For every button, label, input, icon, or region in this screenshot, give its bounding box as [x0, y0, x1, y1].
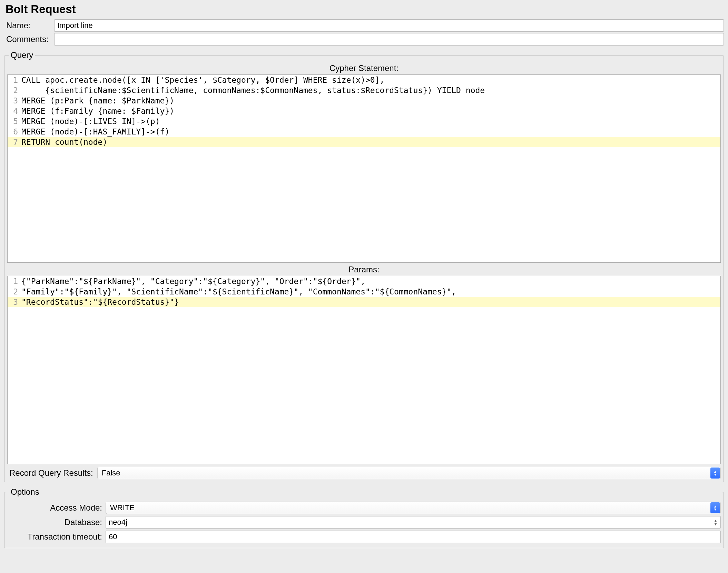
database-combo[interactable]: ▲▼ [106, 516, 721, 529]
line-code[interactable]: CALL apoc.create.node([x IN ['Species', … [21, 75, 720, 85]
comments-label: Comments: [4, 34, 54, 44]
line-number: 2 [8, 85, 21, 96]
timeout-label: Transaction timeout: [7, 532, 106, 542]
page-title: Bolt Request [6, 3, 724, 16]
line-code[interactable]: {scientificName:$ScientificName, commonN… [21, 85, 720, 96]
line-number: 1 [8, 276, 21, 286]
name-label: Name: [4, 21, 54, 30]
editor-line[interactable]: 5MERGE (node)-[:LIVES_IN]->(p) [8, 116, 720, 127]
editor-line[interactable]: 2 {scientificName:$ScientificName, commo… [8, 85, 720, 96]
params-editor[interactable]: 1{"ParkName":"${ParkName}", "Category":"… [7, 276, 721, 464]
line-code[interactable]: MERGE (node)-[:LIVES_IN]->(p) [21, 116, 720, 127]
editor-line[interactable]: 2"Family":"${Family}", "ScientificName":… [8, 286, 720, 297]
dropdown-arrows-icon: ▲▼ [710, 468, 720, 479]
timeout-input[interactable] [106, 531, 721, 543]
line-code[interactable]: MERGE (node)-[:HAS_FAMILY]->(f) [21, 127, 720, 137]
name-input[interactable] [54, 19, 724, 32]
editor-line[interactable]: 4MERGE (f:Family {name: $Family}) [8, 106, 720, 116]
comments-input[interactable] [54, 33, 724, 46]
line-code[interactable]: "Family":"${Family}", "ScientificName":"… [21, 286, 720, 297]
record-results-label: Record Query Results: [7, 468, 97, 478]
editor-line[interactable]: 1CALL apoc.create.node([x IN ['Species',… [8, 75, 720, 85]
line-code[interactable]: MERGE (f:Family {name: $Family}) [21, 106, 720, 116]
params-label: Params: [7, 265, 721, 274]
line-number: 3 [8, 96, 21, 106]
line-code[interactable]: RETURN count(node) [21, 137, 720, 147]
access-mode-select[interactable]: WRITE ▲▼ [106, 502, 721, 514]
options-legend: Options [9, 487, 41, 497]
access-mode-value: WRITE [110, 503, 135, 512]
options-fieldset: Options Access Mode: WRITE ▲▼ Database: … [4, 487, 724, 548]
line-code[interactable]: {"ParkName":"${ParkName}", "Category":"$… [21, 276, 720, 286]
dropdown-arrows-icon: ▲▼ [710, 502, 720, 513]
line-number: 4 [8, 106, 21, 116]
database-label: Database: [7, 517, 106, 527]
editor-line[interactable]: 3MERGE (p:Park {name: $ParkName}) [8, 96, 720, 106]
cypher-editor[interactable]: 1CALL apoc.create.node([x IN ['Species',… [7, 74, 721, 263]
line-number: 2 [8, 286, 21, 297]
editor-line[interactable]: 1{"ParkName":"${ParkName}", "Category":"… [8, 276, 720, 286]
record-results-select[interactable]: False ▲▼ [97, 467, 721, 479]
query-fieldset: Query Cypher Statement: 1CALL apoc.creat… [4, 50, 724, 482]
editor-line[interactable]: 3"RecordStatus":"${RecordStatus}"} [8, 297, 720, 307]
line-code[interactable]: MERGE (p:Park {name: $ParkName}) [21, 96, 720, 106]
line-number: 5 [8, 116, 21, 127]
stepper-arrows-icon[interactable]: ▲▼ [712, 517, 719, 527]
editor-line[interactable]: 6MERGE (node)-[:HAS_FAMILY]->(f) [8, 127, 720, 137]
line-number: 1 [8, 75, 21, 85]
access-mode-label: Access Mode: [7, 503, 106, 513]
line-number: 7 [8, 137, 21, 147]
cypher-statement-label: Cypher Statement: [7, 63, 721, 73]
line-number: 3 [8, 297, 21, 307]
query-legend: Query [9, 50, 35, 60]
line-code[interactable]: "RecordStatus":"${RecordStatus}"} [21, 297, 720, 307]
record-results-value: False [102, 469, 120, 478]
editor-line[interactable]: 7RETURN count(node) [8, 137, 720, 147]
database-input[interactable] [106, 516, 721, 529]
line-number: 6 [8, 127, 21, 137]
